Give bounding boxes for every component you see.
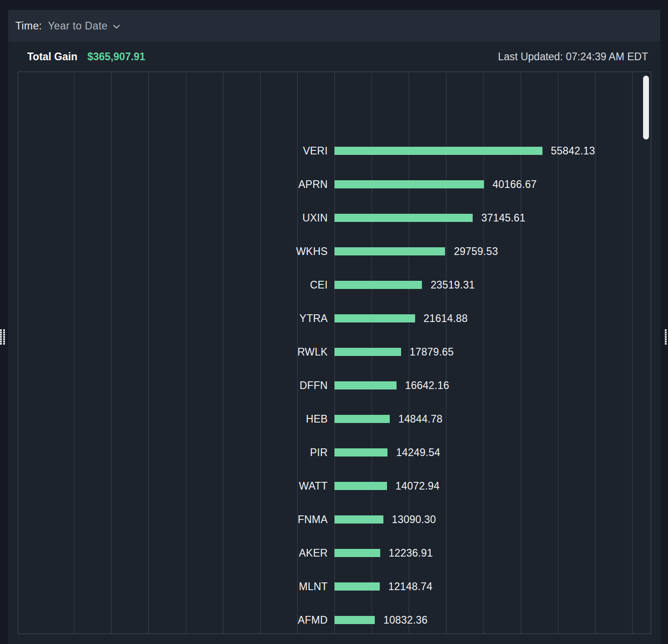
ticker-label: FNMA bbox=[18, 514, 328, 526]
gain-bar[interactable] bbox=[334, 147, 542, 155]
gain-bar[interactable] bbox=[334, 616, 375, 624]
summary-header: Total Gain $365,907.91 Last Updated: 07:… bbox=[8, 42, 660, 72]
drag-handle-dot bbox=[0, 343, 2, 345]
total-gain-label: Total Gain bbox=[27, 51, 77, 63]
ticker-label: AFMD bbox=[18, 614, 328, 626]
ticker-label: PIR bbox=[18, 447, 328, 459]
bar-row-afmd: AFMD10832.36 bbox=[18, 603, 651, 634]
time-filter-label: Time: bbox=[15, 20, 42, 32]
gain-bar[interactable] bbox=[334, 515, 383, 524]
gain-bar[interactable] bbox=[334, 549, 380, 557]
gain-value: 29759.53 bbox=[454, 245, 498, 258]
bar-row-aprn: APRN40166.67 bbox=[18, 168, 651, 201]
gain-value: 37145.61 bbox=[481, 212, 526, 224]
ticker-label: AKER bbox=[18, 547, 328, 559]
ticker-label: APRN bbox=[18, 178, 328, 191]
drag-handle-dot bbox=[665, 334, 667, 336]
total-gain-value: $365,907.91 bbox=[87, 51, 145, 63]
gain-bar[interactable] bbox=[334, 348, 401, 356]
gain-bar-chart: VERI55842.13APRN40166.67UXIN37145.61WKHS… bbox=[18, 72, 651, 634]
ticker-label: UXIN bbox=[18, 212, 328, 224]
gain-bar[interactable] bbox=[334, 180, 484, 188]
ticker-label: CEI bbox=[18, 279, 328, 291]
drag-handle-dot bbox=[665, 338, 667, 340]
drag-handle-dot bbox=[665, 332, 667, 333]
ticker-label: HEB bbox=[18, 413, 328, 425]
ticker-label: WKHS bbox=[18, 245, 328, 258]
bar-row-heb: HEB14844.78 bbox=[18, 402, 651, 436]
gain-bar[interactable] bbox=[334, 415, 390, 423]
gain-value: 17879.65 bbox=[410, 346, 454, 358]
bar-row-wkhs: WKHS29759.53 bbox=[18, 235, 651, 268]
portfolio-panel: Time: Year to Date Total Gain $365,907.9… bbox=[8, 10, 660, 644]
drag-handle-dot bbox=[3, 336, 5, 338]
ticker-label: RWLK bbox=[18, 346, 328, 358]
chevron-down-icon bbox=[113, 24, 120, 29]
ticker-label: WATT bbox=[18, 480, 328, 492]
chart-rows: VERI55842.13APRN40166.67UXIN37145.61WKHS… bbox=[18, 72, 651, 634]
time-filter-value: Year to Date bbox=[48, 20, 108, 32]
portfolio-gains-dashboard: Time: Year to Date Total Gain $365,907.9… bbox=[0, 0, 668, 644]
gain-bar[interactable] bbox=[334, 214, 473, 222]
drag-handle-dot bbox=[0, 334, 2, 336]
drag-handle-dot bbox=[3, 334, 5, 336]
ticker-label: DFFN bbox=[18, 380, 328, 392]
gain-value: 23519.31 bbox=[431, 279, 475, 291]
bar-row-ytra: YTRA21614.88 bbox=[18, 302, 651, 335]
drag-handle-dot bbox=[665, 341, 667, 342]
drag-handle-dot bbox=[665, 336, 667, 338]
chart-scrollbar[interactable] bbox=[643, 76, 649, 139]
drag-handle-dot bbox=[0, 341, 2, 342]
bar-row-mlnt: MLNT12148.74 bbox=[18, 570, 651, 603]
gain-bar[interactable] bbox=[334, 582, 380, 591]
bar-row-veri: VERI55842.13 bbox=[18, 134, 651, 168]
gain-value: 14249.54 bbox=[396, 447, 440, 459]
gain-value: 16642.16 bbox=[405, 380, 450, 392]
drag-handle-dot bbox=[0, 332, 2, 333]
ticker-label: VERI bbox=[18, 145, 328, 157]
gain-value: 14072.94 bbox=[396, 480, 440, 492]
gain-bar[interactable] bbox=[334, 482, 387, 490]
drag-handle-dot bbox=[3, 343, 5, 345]
left-drag-handle[interactable] bbox=[0, 329, 5, 345]
ticker-label: YTRA bbox=[18, 312, 328, 325]
gain-bar[interactable] bbox=[334, 281, 422, 289]
bar-row-cei: CEI23519.31 bbox=[18, 268, 651, 302]
bar-row-watt: WATT14072.94 bbox=[18, 469, 651, 503]
drag-handle-dot bbox=[3, 329, 5, 331]
bar-row-aker: AKER12236.91 bbox=[18, 536, 651, 570]
drag-handle-dot bbox=[3, 341, 5, 342]
drag-handle-dot bbox=[3, 332, 5, 333]
drag-handle-dot bbox=[0, 338, 2, 340]
gain-value: 40166.67 bbox=[493, 178, 537, 191]
ticker-label: MLNT bbox=[18, 581, 328, 593]
bar-row-dffn: DFFN16642.16 bbox=[18, 369, 651, 402]
gain-value: 55842.13 bbox=[551, 145, 595, 157]
gain-value: 21614.88 bbox=[423, 312, 468, 325]
drag-handle-dot bbox=[665, 329, 667, 331]
time-filter-bar: Time: Year to Date bbox=[8, 10, 660, 42]
bar-row-uxin: UXIN37145.61 bbox=[18, 201, 651, 235]
drag-handle-dot bbox=[0, 329, 2, 331]
gain-value: 14844.78 bbox=[398, 413, 443, 425]
drag-handle-dot bbox=[3, 338, 5, 340]
gain-bar[interactable] bbox=[334, 381, 397, 389]
gain-value: 13090.30 bbox=[392, 514, 436, 526]
gain-value: 10832.36 bbox=[383, 614, 428, 626]
bar-row-rwlk: RWLK17879.65 bbox=[18, 335, 651, 369]
gain-value: 12148.74 bbox=[388, 581, 433, 593]
bar-row-pir: PIR14249.54 bbox=[18, 436, 651, 469]
last-updated: Last Updated: 07:24:39 AM EDT bbox=[498, 51, 648, 63]
gain-value: 12236.91 bbox=[388, 547, 433, 559]
drag-handle-dot bbox=[665, 343, 667, 345]
gain-bar[interactable] bbox=[334, 314, 415, 322]
gain-bar[interactable] bbox=[334, 448, 387, 457]
time-filter-dropdown[interactable]: Year to Date bbox=[48, 20, 121, 32]
right-drag-handle[interactable] bbox=[665, 329, 668, 345]
drag-handle-dot bbox=[0, 336, 2, 338]
gain-bar[interactable] bbox=[334, 247, 445, 255]
bar-row-fnma: FNMA13090.30 bbox=[18, 503, 651, 536]
